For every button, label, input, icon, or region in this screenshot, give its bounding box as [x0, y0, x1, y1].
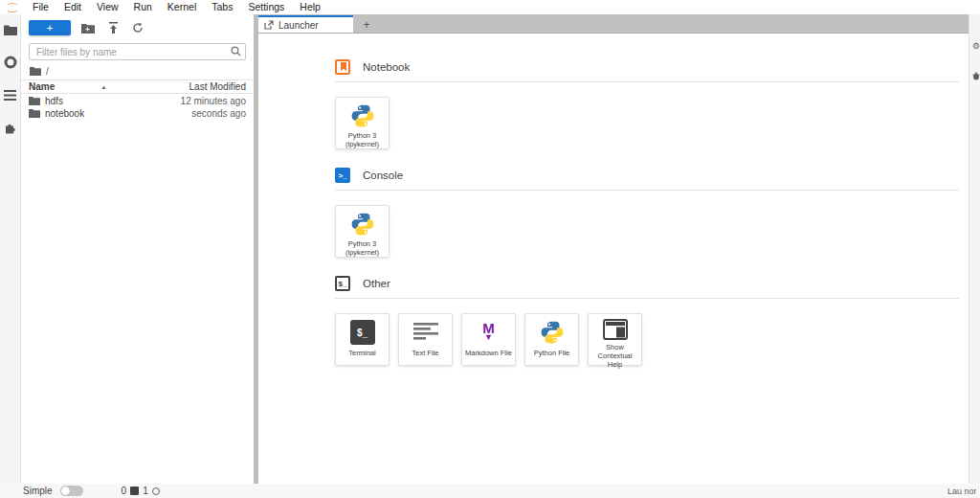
- refresh-icon[interactable]: [130, 20, 145, 35]
- debugger-icon[interactable]: [972, 72, 980, 82]
- section-title: Other: [363, 278, 390, 289]
- menu-help[interactable]: Help: [292, 0, 328, 14]
- launcher-card-console-python3[interactable]: Python 3 (ipykernel): [335, 205, 390, 258]
- file-filter: [29, 43, 246, 60]
- section-divider: [335, 190, 959, 191]
- add-tab-button[interactable]: +: [355, 17, 378, 33]
- right-sidebar-strip: ⚙: [969, 14, 980, 484]
- markdown-icon: M ▼: [482, 324, 495, 341]
- card-label: Show Contextual Help: [589, 343, 641, 369]
- launcher-card-markdown-file[interactable]: M ▼ Markdown File: [461, 313, 516, 366]
- launcher-card-text-file[interactable]: Text File: [398, 313, 453, 366]
- tab-launcher[interactable]: Launcher: [258, 15, 353, 33]
- main-body: +: [0, 14, 980, 484]
- console-icon: >_: [335, 168, 350, 183]
- card-label: Markdown File: [465, 349, 512, 357]
- section-divider: [335, 298, 959, 299]
- terminal-icon: $_: [350, 320, 375, 345]
- status-right-text: Lau norm: [947, 487, 976, 496]
- home-folder-icon: [30, 66, 41, 76]
- section-console: >_ Console: [335, 168, 959, 258]
- terminal-status-icon: [130, 487, 139, 495]
- section-other: $_ Other $_ Terminal: [335, 276, 959, 366]
- python-icon: [350, 102, 375, 128]
- menu-file[interactable]: File: [25, 0, 56, 14]
- folder-icon: [29, 108, 40, 118]
- file-name: hdfs: [45, 96, 63, 106]
- sort-asc-icon[interactable]: ▲: [100, 84, 106, 90]
- table-of-contents-icon[interactable]: [3, 87, 18, 102]
- extension-manager-icon[interactable]: [3, 120, 18, 135]
- file-row-hdfs[interactable]: hdfs 12 minutes ago: [21, 95, 254, 106]
- text-file-icon: [413, 319, 438, 346]
- python-icon: [540, 319, 565, 346]
- file-browser-toolbar: +: [21, 16, 254, 39]
- menu-kernel[interactable]: Kernel: [160, 0, 204, 14]
- card-label: Terminal: [348, 349, 375, 357]
- menu-view[interactable]: View: [89, 0, 126, 14]
- launcher-panel: Notebook: [258, 33, 969, 484]
- upload-icon[interactable]: [105, 20, 121, 35]
- python-icon: [350, 211, 375, 237]
- tab-label: Launcher: [278, 20, 319, 31]
- breadcrumb[interactable]: /: [21, 62, 254, 79]
- kernel-count: 1: [143, 486, 148, 496]
- simple-mode-label: Simple: [23, 486, 53, 496]
- terminal-section-icon: $_: [335, 276, 350, 291]
- menubar: File Edit View Run Kernel Tabs Settings …: [0, 0, 980, 14]
- card-label: Python 3 (ipykernel): [345, 131, 379, 148]
- file-row-notebook[interactable]: notebook seconds ago: [21, 107, 254, 119]
- file-browser-panel: +: [21, 14, 254, 484]
- file-name: notebook: [45, 108, 84, 119]
- menu-run[interactable]: Run: [126, 0, 160, 14]
- running-sessions-icon[interactable]: [3, 55, 18, 70]
- main-dock-panel: Launcher + Notebook: [258, 14, 969, 484]
- file-modified: 12 minutes ago: [181, 96, 246, 106]
- menu-edit[interactable]: Edit: [56, 0, 89, 14]
- filter-files-input[interactable]: [29, 43, 246, 60]
- breadcrumb-root[interactable]: /: [46, 66, 49, 77]
- launcher-tab-icon: [264, 20, 274, 30]
- launcher-card-python-file[interactable]: Python File: [524, 313, 579, 366]
- column-last-modified[interactable]: Last Modified: [189, 81, 246, 92]
- contextual-help-icon: [603, 319, 628, 340]
- status-bar: Simple 0 1 Lau norm: [0, 484, 980, 498]
- file-browser-tab-icon[interactable]: [3, 22, 18, 37]
- terminal-count: 0: [122, 486, 127, 496]
- notebook-icon: [335, 59, 350, 75]
- left-sidebar-strip: [0, 14, 21, 484]
- card-label: Python File: [534, 349, 570, 357]
- kernel-status-icon: [152, 487, 160, 495]
- section-divider: [335, 81, 959, 82]
- menu-tabs[interactable]: Tabs: [204, 0, 240, 14]
- section-notebook: Notebook: [335, 59, 959, 149]
- column-name[interactable]: Name: [29, 81, 55, 92]
- card-label: Python 3 (ipykernel): [345, 239, 379, 257]
- kernel-terminal-sessions[interactable]: 0 1: [122, 486, 160, 496]
- card-label: Text File: [412, 349, 439, 357]
- file-modified: seconds ago: [191, 108, 246, 119]
- new-launcher-button[interactable]: +: [29, 20, 71, 35]
- property-inspector-icon[interactable]: ⚙: [972, 41, 980, 51]
- folder-icon: [29, 96, 40, 105]
- search-icon: [231, 46, 241, 58]
- jupyter-logo-icon: [0, 2, 25, 13]
- new-folder-icon[interactable]: [80, 20, 96, 35]
- simple-mode-toggle[interactable]: [60, 486, 83, 496]
- section-title: Console: [363, 170, 403, 181]
- menu-settings[interactable]: Settings: [240, 0, 292, 14]
- section-title: Notebook: [363, 61, 410, 73]
- launcher-card-contextual-help[interactable]: Show Contextual Help: [588, 313, 642, 366]
- launcher-card-notebook-python3[interactable]: Python 3 (ipykernel): [335, 97, 390, 149]
- tab-bar: Launcher +: [258, 14, 969, 33]
- file-list-header: Name ▲ Last Modified: [21, 79, 254, 94]
- jupyterlab-app: File Edit View Run Kernel Tabs Settings …: [0, 0, 980, 498]
- launcher-card-terminal[interactable]: $_ Terminal: [335, 313, 390, 366]
